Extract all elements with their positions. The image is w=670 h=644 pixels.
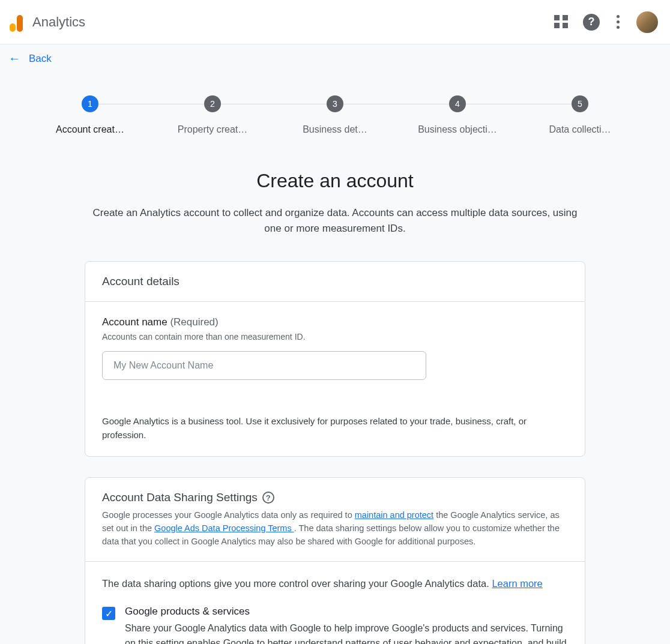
page-title: Create an account — [0, 170, 670, 192]
stepper: 1 Account creat… 2 Property creat… 3 Bus… — [29, 73, 641, 147]
step-data-collection[interactable]: 5 Data collecti… — [519, 95, 641, 135]
data-sharing-intro: The data sharing options give you more c… — [102, 576, 568, 591]
avatar[interactable] — [636, 11, 658, 33]
back-button[interactable]: Back — [29, 53, 52, 65]
checkbox-text: Google products & services Share your Go… — [125, 606, 568, 644]
account-details-card: Account details Account name (Required) … — [85, 261, 585, 457]
product-name: Analytics — [32, 14, 85, 30]
step-label: Property creat… — [178, 124, 247, 135]
option-description: Share your Google Analytics data with Go… — [125, 621, 568, 644]
header-left: Analytics — [10, 13, 85, 32]
maintain-protect-link[interactable]: maintain and protect — [355, 510, 433, 520]
step-business-objectives[interactable]: 4 Business objecti… — [396, 95, 519, 135]
text-segment: Google processes your Google Analytics d… — [102, 510, 355, 520]
step-number: 1 — [82, 95, 98, 112]
google-products-checkbox[interactable]: ✓ — [102, 607, 115, 620]
page-body: 1 Account creat… 2 Property creat… 3 Bus… — [0, 73, 670, 644]
account-name-label: Account name (Required) — [102, 316, 568, 328]
step-label: Business objecti… — [418, 124, 497, 135]
help-icon[interactable]: ? — [583, 14, 600, 31]
learn-more-link[interactable]: Learn more — [492, 578, 542, 589]
step-property-creation[interactable]: 2 Property creat… — [151, 95, 274, 135]
card-header: Account Data Sharing Settings ? Google p… — [85, 478, 585, 562]
apps-grid-icon[interactable] — [554, 15, 569, 29]
card-title: Account details — [102, 275, 568, 288]
account-name-hint: Accounts can contain more than one measu… — [102, 332, 568, 342]
label-text: Account name — [102, 316, 167, 328]
help-circle-icon[interactable]: ? — [262, 492, 274, 504]
account-name-input[interactable] — [102, 351, 426, 380]
step-label: Data collecti… — [549, 124, 611, 135]
step-label: Business det… — [303, 124, 367, 135]
card-body: The data sharing options give you more c… — [85, 562, 585, 644]
step-number: 4 — [449, 95, 466, 112]
header-right: ? — [554, 11, 658, 33]
more-vert-icon[interactable] — [614, 13, 622, 31]
card-title: Account Data Sharing Settings ? — [102, 491, 568, 504]
card-body: Account name (Required) Accounts can con… — [85, 302, 585, 456]
data-sharing-card: Account Data Sharing Settings ? Google p… — [85, 477, 585, 644]
option-title: Google products & services — [125, 606, 568, 618]
ads-terms-link[interactable]: Google Ads Data Processing Terms — [154, 523, 294, 533]
title-text: Account Data Sharing Settings — [102, 491, 258, 504]
business-tool-note: Google Analytics is a business tool. Use… — [102, 415, 568, 442]
step-account-creation[interactable]: 1 Account creat… — [29, 95, 151, 135]
card-header: Account details — [85, 262, 585, 302]
page-description: Create an Analytics account to collect a… — [89, 205, 581, 236]
step-number: 5 — [572, 95, 588, 112]
checkmark-icon: ✓ — [105, 608, 113, 619]
text-segment: The data sharing options give you more c… — [102, 578, 492, 589]
app-header: Analytics ? — [0, 0, 670, 44]
required-indicator: (Required) — [170, 316, 218, 328]
step-number: 2 — [204, 95, 221, 112]
data-sharing-subtext: Google processes your Google Analytics d… — [102, 509, 568, 548]
step-label: Account creat… — [56, 124, 124, 135]
sharing-option-row: ✓ Google products & services Share your … — [102, 606, 568, 644]
analytics-logo-icon — [10, 13, 23, 32]
back-bar: ← Back — [0, 44, 670, 73]
step-number: 3 — [327, 95, 343, 112]
back-arrow-icon[interactable]: ← — [8, 52, 20, 65]
step-business-details[interactable]: 3 Business det… — [274, 95, 396, 135]
